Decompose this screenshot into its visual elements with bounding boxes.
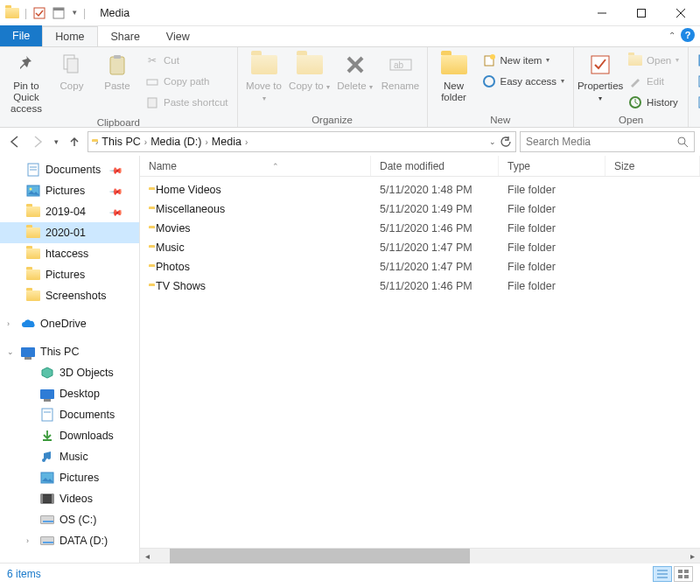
list-item[interactable]: Photos5/11/2020 1:47 PMFile folder (140, 257, 700, 276)
svg-rect-37 (52, 494, 53, 503)
nav-documents-2[interactable]: Documents (0, 404, 139, 425)
help-icon[interactable]: ? (681, 28, 695, 42)
nav-downloads[interactable]: Downloads (0, 425, 139, 446)
qat-dropdown-icon[interactable] (52, 6, 66, 20)
column-type[interactable]: Type (499, 156, 606, 176)
folder-icon (26, 226, 40, 240)
history-button[interactable]: History (625, 93, 682, 111)
svg-rect-11 (147, 80, 158, 85)
maximize-button[interactable] (621, 0, 661, 26)
folder-icon (26, 268, 40, 282)
nav-data-d[interactable]: ›DATA (D:) (0, 530, 139, 551)
nav-desktop[interactable]: Desktop (0, 383, 139, 404)
nav-screenshots[interactable]: Screenshots (0, 285, 139, 306)
minimize-button[interactable] (582, 0, 621, 26)
paste-shortcut-icon (145, 95, 159, 109)
pictures-icon (26, 184, 40, 198)
crumb-drive[interactable]: Media (D:) (150, 136, 201, 148)
large-icons-view-button[interactable] (674, 566, 693, 582)
file-list[interactable]: Home Videos5/11/2020 1:48 PMFile folder … (140, 177, 700, 548)
main-area: Documents📌 Pictures📌 2019-04📌 2020-01 ht… (0, 156, 700, 563)
pin-quick-access-button[interactable]: Pin to Quick access (5, 49, 47, 116)
nav-htaccess[interactable]: htaccess (0, 243, 139, 264)
select-none-button[interactable]: Select none (694, 72, 700, 90)
new-item-button[interactable]: New item ▾ (479, 51, 569, 69)
paste-label: Paste (104, 80, 130, 92)
details-view-button[interactable] (653, 566, 672, 582)
paste-button[interactable]: Paste (96, 49, 138, 92)
list-item[interactable]: Home Videos5/11/2020 1:48 PMFile folder (140, 180, 700, 200)
back-button[interactable] (5, 131, 24, 152)
copy-path-button[interactable]: Copy path (142, 72, 232, 90)
folder-icon (26, 289, 40, 303)
search-input[interactable]: Search Media (520, 131, 695, 152)
chevron-down-icon[interactable]: ▼ (71, 9, 78, 17)
scroll-thumb[interactable] (170, 549, 470, 564)
nav-pictures-3[interactable]: Pictures (0, 467, 139, 488)
column-date[interactable]: Date modified (371, 156, 499, 176)
open-button[interactable]: Open ▾ (625, 51, 682, 69)
tab-share[interactable]: Share (98, 26, 153, 46)
close-button[interactable] (661, 0, 700, 26)
column-size[interactable]: Size (606, 156, 700, 176)
new-folder-button[interactable]: New folder (433, 49, 475, 103)
easy-access-button[interactable]: Easy access ▾ (479, 72, 569, 90)
drive-icon (40, 513, 54, 527)
pin-icon: 📌 (109, 184, 123, 198)
cut-button[interactable]: ✂Cut (142, 51, 232, 69)
nav-3d-objects[interactable]: 3D Objects (0, 362, 139, 383)
crumb-this-pc[interactable]: This PC (102, 136, 140, 148)
address-bar[interactable]: ›This PC ›Media (D:) ›Media › ⌄ (88, 131, 516, 152)
nav-videos[interactable]: Videos (0, 488, 139, 509)
tab-file[interactable]: File (0, 25, 42, 46)
nav-music[interactable]: Music (0, 446, 139, 467)
properties-button[interactable]: Properties ▾ (579, 49, 621, 103)
delete-button[interactable]: Delete ▾ (334, 49, 376, 92)
nav-documents[interactable]: Documents📌 (0, 159, 139, 180)
tab-home[interactable]: Home (42, 26, 97, 46)
copy-to-button[interactable]: Copy to ▾ (289, 49, 331, 92)
nav-onedrive[interactable]: ›OneDrive (0, 313, 139, 334)
nav-this-pc[interactable]: ⌄This PC (0, 341, 139, 362)
recent-locations-button[interactable]: ▾ (51, 131, 61, 152)
crumb-folder[interactable]: Media (212, 136, 242, 148)
navigation-pane[interactable]: Documents📌 Pictures📌 2019-04📌 2020-01 ht… (0, 156, 140, 563)
move-to-button[interactable]: Move to ▾ (243, 49, 285, 103)
scroll-right-icon[interactable]: ▸ (685, 551, 700, 561)
column-headers: Name⌃ Date modified Type Size (140, 156, 700, 177)
properties-qat-icon[interactable] (32, 6, 46, 20)
list-item[interactable]: TV Shows5/11/2020 1:46 PMFile folder (140, 276, 700, 296)
address-bar-row: ▾ ›This PC ›Media (D:) ›Media › ⌄ Search… (0, 128, 700, 156)
tab-view[interactable]: View (153, 26, 203, 46)
nav-pictures[interactable]: Pictures📌 (0, 180, 139, 201)
list-item[interactable]: Music5/11/2020 1:47 PMFile folder (140, 238, 700, 257)
invert-selection-button[interactable]: Invert selection (694, 93, 700, 111)
column-name[interactable]: Name⌃ (140, 156, 371, 176)
refresh-icon[interactable] (500, 136, 512, 148)
edit-button[interactable]: Edit (625, 72, 682, 90)
forward-button[interactable] (28, 131, 47, 152)
nav-2020-01[interactable]: 2020-01 (0, 222, 139, 243)
paste-shortcut-button[interactable]: Paste shortcut (142, 93, 232, 111)
scroll-left-icon[interactable]: ◂ (140, 551, 155, 561)
nav-pictures-2[interactable]: Pictures (0, 264, 139, 285)
select-all-button[interactable]: Select all (694, 51, 700, 69)
svg-line-26 (684, 144, 688, 147)
rename-button[interactable]: ab Rename (380, 49, 422, 92)
folder-icon (26, 205, 40, 219)
address-dropdown-icon[interactable]: ⌄ (489, 137, 496, 146)
svg-rect-0 (34, 8, 45, 18)
nav-2019-04[interactable]: 2019-04📌 (0, 201, 139, 222)
up-button[interactable] (65, 131, 84, 152)
minimize-ribbon-icon[interactable]: ⌃ (668, 31, 676, 40)
ribbon-tabs: File Home Share View ⌃ ? (0, 26, 700, 47)
list-item[interactable]: Miscellaneous5/11/2020 1:49 PMFile folde… (140, 200, 700, 219)
list-item[interactable]: Movies5/11/2020 1:46 PMFile folder (140, 219, 700, 238)
nav-os-c[interactable]: OS (C:) (0, 509, 139, 530)
videos-icon (40, 492, 54, 506)
horizontal-scrollbar[interactable]: ◂ ▸ (140, 548, 700, 563)
file-list-pane: Name⌃ Date modified Type Size Home Video… (140, 156, 700, 563)
copy-button[interactable]: Copy (51, 49, 93, 92)
svg-rect-35 (41, 494, 53, 503)
pictures-icon (40, 471, 54, 485)
